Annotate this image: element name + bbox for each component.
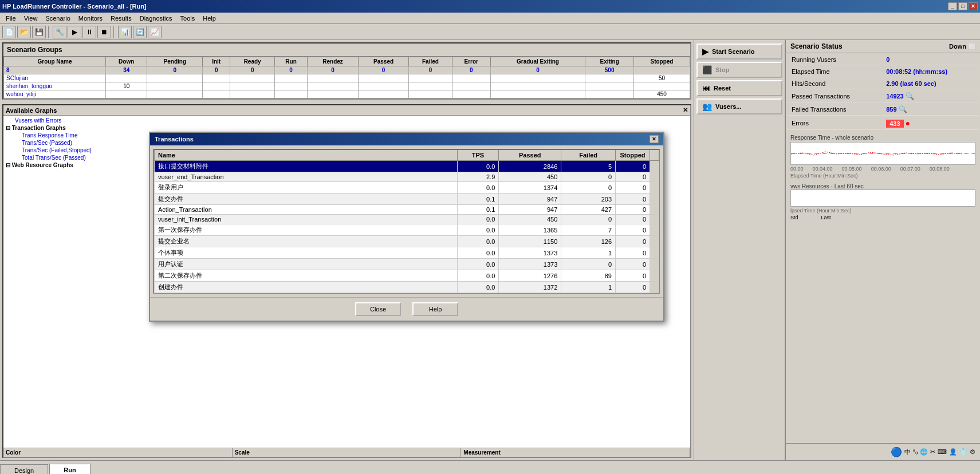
toolbar-btn6[interactable]: ⏸: [82, 26, 96, 38]
trans-stopped-1: 0: [616, 172, 650, 182]
available-graphs-close-icon[interactable]: ✕: [683, 106, 688, 114]
time-point-5: 00:08:00: [930, 166, 950, 172]
trans-tps-5: 0.0: [457, 215, 499, 224]
toolbar-btn4[interactable]: 🔧: [53, 26, 66, 38]
tab-design[interactable]: Design: [0, 464, 48, 474]
reset-icon: ⏮: [702, 84, 710, 93]
status-row-errors: Errors 433 ●: [787, 117, 979, 130]
rp-icon3[interactable]: °₀: [913, 448, 918, 456]
col-passed: Passed: [359, 57, 409, 66]
running-vusers-value: 0: [881, 54, 979, 65]
sg-row-wuhou[interactable]: wuhou_yitiji 450: [4, 90, 690, 98]
trans-scroll-5: [650, 215, 659, 224]
rp-icon1[interactable]: 🔵: [891, 447, 902, 457]
close-button[interactable]: Close: [355, 302, 401, 316]
menu-monitors[interactable]: Monitors: [75, 14, 106, 23]
tab-run[interactable]: Run: [49, 464, 90, 474]
trans-row-8[interactable]: 个体事项 0.0 1373 1 0: [155, 247, 659, 259]
trans-row-2[interactable]: 登录用户 0.0 1374 0 0: [155, 182, 659, 193]
trans-row-9[interactable]: 用户认证 0.0 1373 0 0: [155, 259, 659, 270]
toolbar-btn8[interactable]: 📊: [118, 26, 132, 38]
rp-icon8[interactable]: 👕: [959, 448, 967, 456]
toolbar-btn10[interactable]: 📈: [148, 26, 162, 38]
dialog-close-icon[interactable]: ✕: [650, 135, 659, 143]
col-name: Name: [155, 150, 458, 161]
toolbar-btn7[interactable]: ⏹: [97, 26, 111, 38]
menu-file[interactable]: File: [2, 14, 19, 23]
trans-row-0[interactable]: 接口提交材料附件 0.0 2846 5 0: [155, 161, 659, 172]
minimize-button[interactable]: _: [948, 2, 957, 10]
scenario-status-table: Running Vusers 0 Elapsed Time 00:08:52 (…: [786, 53, 980, 131]
trans-row-4[interactable]: Action_Transaction 0.1 947 427 0: [155, 205, 659, 215]
right-panel-toolbar: 🔵 中 °₀ 🌐 ✂ ⌨ 👤 👕 ⚙: [786, 443, 980, 460]
status-header: Scenario Status Down ⬜: [786, 40, 980, 53]
menu-results[interactable]: Results: [107, 14, 135, 23]
ag-item-vusers-errors[interactable]: Vusers with Errors: [3, 117, 690, 124]
trans-row-3[interactable]: 提交办件 0.1 947 203 0: [155, 193, 659, 205]
trans-passed-5: 450: [499, 215, 561, 224]
trans-row-5[interactable]: vuser_init_Transaction 0.0 450 0 0: [155, 215, 659, 224]
stop-button[interactable]: ⬛ Stop: [696, 62, 782, 78]
toolbar-new[interactable]: 📄: [2, 26, 16, 38]
trans-row-6[interactable]: 第一次保存办件 0.0 1365 7 0: [155, 224, 659, 236]
trans-tps-2: 0.0: [457, 182, 499, 193]
rp-icon2[interactable]: 中: [904, 448, 911, 456]
trans-tps-9: 0.0: [457, 259, 499, 270]
errors-badge: 433: [886, 120, 903, 128]
trans-passed-1: 450: [499, 172, 561, 182]
trans-failed-5: 0: [561, 215, 616, 224]
title-bar-text: HP LoadRunner Controller - Scenario_all …: [2, 3, 147, 10]
help-button[interactable]: Help: [412, 302, 458, 316]
trans-stopped-11: 0: [616, 282, 650, 293]
rp-icon6[interactable]: ⌨: [938, 448, 947, 456]
trans-scroll-6: [650, 224, 659, 236]
rp-icon5[interactable]: ✂: [930, 448, 935, 456]
menu-help[interactable]: Help: [199, 14, 219, 23]
trans-row-7[interactable]: 提交企业名 0.0 1150 126 0: [155, 236, 659, 247]
std-col: Std: [790, 215, 798, 220]
running-vusers-label: Running Vusers: [787, 54, 880, 65]
toolbar-save[interactable]: 💾: [32, 26, 46, 38]
trans-failed-10: 89: [561, 270, 616, 282]
rp-icon9[interactable]: ⚙: [970, 448, 975, 456]
response-time-header: Response Time - whole scenario: [790, 133, 975, 142]
trans-row-10[interactable]: 第二次保存办件 0.0 1276 89 0: [155, 270, 659, 282]
trans-name-9: 用户认证: [155, 259, 458, 270]
sg-row-shenhen[interactable]: shenhen_tongguo 10: [4, 82, 690, 90]
trans-row-11[interactable]: 创建办件 0.0 1372 1 0: [155, 282, 659, 293]
status-panel-icon: ⬜: [969, 44, 975, 50]
menu-scenario[interactable]: Scenario: [42, 14, 73, 23]
trans-passed-3: 947: [499, 193, 561, 205]
sg-row-scfujian[interactable]: SCfujian 50: [4, 74, 690, 82]
close-button[interactable]: ✕: [969, 2, 978, 10]
menu-diagnostics[interactable]: Diagnostics: [136, 14, 176, 23]
sg-count-row: 8 34 0 0 0 0 0 0 0 0 0 500: [4, 66, 690, 74]
elapsed-label2: lpsed Time (Hour:Min:Sec): [790, 208, 975, 214]
toolbar-open[interactable]: 📂: [17, 26, 31, 38]
trans-row-1[interactable]: vuser_end_Transaction 2.9 450 0 0: [155, 172, 659, 182]
trans-scroll-11: [650, 282, 659, 293]
toolbar-btn9[interactable]: 🔄: [133, 26, 147, 38]
trans-stopped-0: 0: [616, 161, 650, 172]
trans-stopped-2: 0: [616, 182, 650, 193]
rp-icon7[interactable]: 👤: [949, 448, 957, 456]
menu-view[interactable]: View: [21, 14, 41, 23]
menu-tools[interactable]: Tools: [177, 14, 199, 23]
toolbar-btn5[interactable]: ▶: [68, 26, 81, 38]
ag-item-transaction-graphs[interactable]: ⊟ Transaction Graphs: [3, 124, 690, 132]
passed-search-icon[interactable]: 🔍: [906, 92, 914, 100]
trans-stopped-4: 0: [616, 205, 650, 215]
trans-passed-10: 1276: [499, 270, 561, 282]
failed-search-icon[interactable]: 🔍: [899, 105, 907, 113]
graph-columns: Std Last: [790, 215, 975, 220]
maximize-button[interactable]: □: [958, 2, 967, 10]
col-pending: Pending: [147, 57, 203, 66]
reset-button[interactable]: ⏮ Reset: [696, 80, 782, 96]
trans-name-3: 提交办件: [155, 193, 458, 205]
start-scenario-button[interactable]: ▶ Start Scenario: [696, 44, 782, 60]
rp-icon4[interactable]: 🌐: [920, 448, 928, 456]
scenario-status-title: Scenario Status: [790, 42, 843, 50]
vusers-button[interactable]: 👥 Vusers...: [696, 98, 782, 114]
trans-passed-4: 947: [499, 205, 561, 215]
trans-stopped-6: 0: [616, 224, 650, 236]
